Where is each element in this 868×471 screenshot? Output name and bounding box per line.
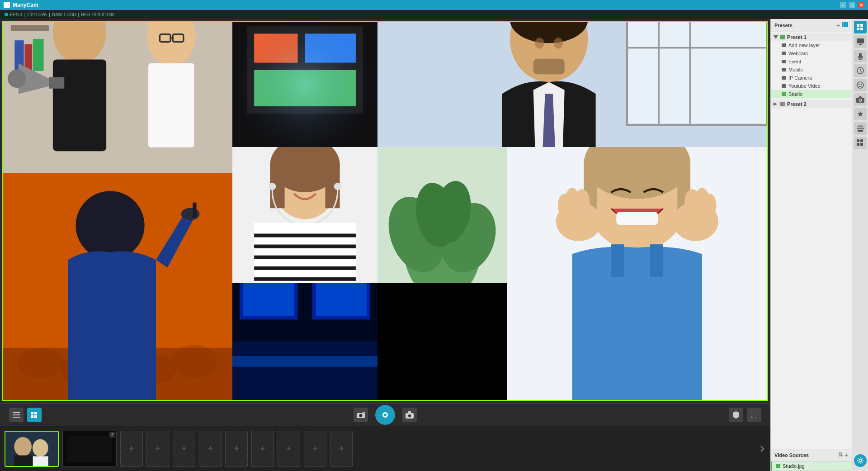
presets-view-toggle[interactable]: [842, 22, 848, 29]
svg-point-106: [384, 414, 387, 416]
svg-point-104: [359, 414, 363, 417]
svg-rect-76: [316, 283, 367, 316]
add-preset-button[interactable]: +: [836, 22, 840, 29]
status-bar: FPS 4 | CPU 35% | RAM 1.3GB | RES 1920X1…: [0, 10, 868, 19]
preset-item-youtube[interactable]: Youtube Video: [771, 82, 852, 90]
settings-icon-button[interactable]: [854, 454, 867, 467]
fullscreen-button[interactable]: [747, 408, 761, 422]
minimize-button[interactable]: −: [840, 2, 846, 8]
video-cell-plant: [377, 147, 507, 283]
svg-rect-12: [148, 63, 194, 147]
add-source-button-4[interactable]: +: [199, 431, 222, 467]
preset-item-mobile[interactable]: Mobile: [771, 66, 852, 74]
add-source-button-6[interactable]: +: [251, 431, 274, 467]
preset-1-header[interactable]: Preset 1: [771, 33, 852, 41]
camera-button[interactable]: [354, 408, 368, 422]
preset-item-event[interactable]: Event: [771, 57, 852, 66]
list-view-button[interactable]: [9, 408, 24, 422]
svg-point-147: [859, 459, 862, 462]
layout-icon-button[interactable]: [854, 21, 867, 33]
svg-rect-122: [857, 24, 859, 27]
effects-icon-button[interactable]: [854, 108, 867, 120]
svg-point-92: [703, 194, 717, 217]
add-source-button-9[interactable]: +: [330, 431, 353, 467]
svg-rect-99: [34, 412, 37, 414]
svg-point-133: [857, 82, 863, 88]
preset-item-add-layer[interactable]: Add new layer: [771, 41, 852, 49]
svg-point-68: [76, 191, 145, 260]
layers-icon-button[interactable]: [854, 122, 867, 135]
svg-point-9: [8, 69, 26, 88]
shield-button[interactable]: [729, 408, 743, 422]
list-icon: [13, 412, 20, 418]
thumbnail-1[interactable]: [5, 431, 59, 467]
face-icon: [857, 81, 864, 89]
apps-icon-button[interactable]: [854, 137, 867, 149]
svg-rect-143: [857, 139, 859, 142]
status-indicator: [5, 13, 8, 16]
preset-item-studio[interactable]: Studio: [771, 90, 852, 98]
grid-view-button[interactable]: [27, 408, 42, 422]
chevron-down-icon: [774, 35, 778, 39]
studio-icon: [782, 92, 786, 96]
add-source-button-8[interactable]: +: [304, 431, 326, 467]
svg-rect-146: [860, 143, 863, 146]
chevron-right-icon: [774, 102, 778, 106]
thumbnail-2[interactable]: 2: [62, 431, 117, 467]
presets-title: Presets: [774, 23, 793, 28]
go-live-icon: [381, 410, 390, 419]
snapshot-button[interactable]: [402, 408, 417, 422]
video-cell-megaphone: [3, 22, 232, 173]
snapshot-icon: [406, 411, 414, 419]
camera-icon-button[interactable]: [854, 93, 867, 106]
video-sources-sort-button[interactable]: ⇅: [838, 452, 843, 459]
clock-icon-button[interactable]: [854, 64, 867, 77]
video-cell-tv-studio: [232, 283, 377, 400]
preset-item-ip-camera[interactable]: IP Camera: [771, 74, 852, 82]
svg-rect-10: [49, 77, 64, 88]
sidebar: Presets +: [770, 19, 852, 471]
preset-2-header[interactable]: Preset 2: [771, 100, 852, 108]
thumbnail-strip: 2 + + + + + + + + +: [0, 426, 770, 471]
add-layer-icon: [782, 43, 786, 47]
add-source-button-3[interactable]: +: [173, 431, 195, 467]
presets-header-controls: +: [836, 22, 848, 29]
face-icon-button[interactable]: [854, 79, 867, 91]
svg-marker-120: [774, 35, 778, 39]
display-icon-button[interactable]: [854, 35, 867, 48]
svg-marker-137: [859, 96, 862, 98]
svg-rect-94: [650, 244, 663, 277]
event-icon: [782, 60, 786, 63]
svg-point-111: [14, 437, 32, 456]
add-source-button-5[interactable]: +: [225, 431, 248, 467]
layers-icon: [857, 125, 864, 132]
go-live-button[interactable]: [375, 405, 395, 425]
svg-rect-47: [254, 255, 356, 259]
ip-camera-icon: [782, 76, 786, 80]
svg-rect-127: [859, 44, 862, 45]
maximize-button[interactable]: □: [849, 2, 855, 8]
add-source-button-7[interactable]: +: [278, 431, 300, 467]
strip-scroll-right[interactable]: [759, 445, 766, 452]
svg-point-41: [269, 183, 276, 190]
fps-display: FPS 4: [10, 12, 23, 17]
svg-rect-21: [232, 22, 377, 147]
youtube-label: Youtube Video: [788, 83, 821, 89]
svg-point-69: [181, 208, 200, 220]
close-button[interactable]: ✕: [858, 2, 864, 8]
add-source-button-1[interactable]: +: [120, 431, 143, 467]
video-sources-add-button[interactable]: +: [844, 452, 848, 459]
audio-icon-button[interactable]: [854, 50, 867, 62]
preset-item-webcam[interactable]: Webcam: [771, 49, 852, 57]
add-source-button-2[interactable]: +: [146, 431, 169, 467]
app-logo-icon: [4, 2, 10, 8]
video-sources-header: Video Sources ⇅ +: [771, 449, 852, 461]
svg-rect-84: [617, 212, 658, 225]
svg-rect-125: [860, 28, 863, 30]
source-item-studio[interactable]: Studio.jpg: [771, 461, 852, 471]
svg-rect-26: [627, 47, 767, 48]
source-studio-label: Studio.jpg: [783, 463, 805, 469]
svg-point-134: [859, 84, 859, 85]
titlebar-left: ManyCam: [4, 2, 38, 8]
toolbar-left: [9, 408, 42, 422]
